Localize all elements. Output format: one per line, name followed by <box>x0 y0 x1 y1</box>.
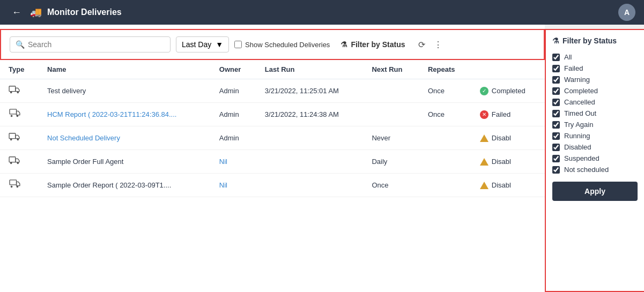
status-label: Disabl <box>492 181 511 189</box>
svg-point-10 <box>10 162 12 164</box>
filter-checkbox-warning[interactable] <box>552 76 560 84</box>
cell-status: ✓Completed <box>471 79 545 103</box>
error-icon: ✕ <box>480 110 488 119</box>
filter-item-suspended[interactable]: Suspended <box>552 153 638 164</box>
cell-name: Sample Order Full Agent <box>39 150 211 174</box>
svg-rect-0 <box>9 86 16 92</box>
filter-checkbox-completed[interactable] <box>552 87 560 95</box>
filter-checkbox-running[interactable] <box>552 132 560 140</box>
svg-point-1 <box>10 92 12 94</box>
cell-last-run: 3/21/2022, 11:25:01 AM <box>256 79 364 103</box>
filter-panel-title: ⚗ Filter by Status <box>552 36 638 45</box>
filter-item-timed-out[interactable]: Timed Out <box>552 108 638 119</box>
cell-type <box>0 79 39 103</box>
filter-item-label: Failed <box>564 64 583 72</box>
status-label: Disabl <box>492 134 511 142</box>
cell-name: Test delivery <box>39 79 211 103</box>
svg-point-7 <box>10 139 12 141</box>
cell-status: ✕Failed <box>471 103 545 126</box>
success-icon: ✓ <box>480 87 488 95</box>
filter-item-failed[interactable]: Failed <box>552 63 638 74</box>
filter-item-warning[interactable]: Warning <box>552 74 638 85</box>
filter-item-disabled[interactable]: Disabled <box>552 141 638 153</box>
more-button[interactable]: ⋮ <box>432 38 445 52</box>
cell-last-run <box>256 174 364 197</box>
filter-checkbox-failed[interactable] <box>552 65 560 72</box>
filter-checkbox-suspended[interactable] <box>552 155 560 162</box>
filter-checkbox-timed-out[interactable] <box>552 110 560 117</box>
status-label: Failed <box>492 110 510 118</box>
filter-item-completed[interactable]: Completed <box>552 85 638 96</box>
refresh-button[interactable]: ⟳ <box>416 38 427 52</box>
data-table: Type Name Owner Last Run Next Run Repeat… <box>0 60 545 197</box>
filter-checkbox-all[interactable] <box>552 54 560 61</box>
filter-panel-icon: ⚗ <box>552 36 559 45</box>
filter-checkbox-not-scheduled[interactable] <box>552 166 560 174</box>
filter-checkbox-cancelled[interactable] <box>552 99 560 106</box>
table-header-row: Type Name Owner Last Run Next Run Repeat… <box>0 60 545 79</box>
show-scheduled-label[interactable]: Show Scheduled Deliveries <box>234 41 330 49</box>
cell-next-run <box>363 79 419 103</box>
svg-rect-12 <box>10 180 17 185</box>
filter-by-status-btn[interactable]: ⚗ Filter by Status <box>335 37 410 52</box>
cell-name[interactable]: Not Scheduled Delivery <box>39 126 211 150</box>
cell-repeats <box>419 126 471 150</box>
report-icon <box>9 109 20 120</box>
filter-item-label: Disabled <box>564 143 591 151</box>
period-select[interactable]: Last Day ▼ <box>176 36 229 53</box>
col-last-run: Last Run <box>256 60 364 79</box>
svg-point-5 <box>17 115 19 117</box>
filter-icon: ⚗ <box>340 40 347 49</box>
filter-item-try-again[interactable]: Try Again <box>552 119 638 130</box>
cell-name[interactable]: HCM Report ( 2022-03-21T11:24:36.84.... <box>39 103 211 126</box>
table-row: Sample Order Full AgentNilDailyDisabl <box>0 150 545 174</box>
svg-point-2 <box>17 92 19 94</box>
svg-rect-9 <box>9 157 16 162</box>
search-input[interactable] <box>28 40 165 49</box>
svg-point-13 <box>11 186 13 188</box>
table-area: 🔍 Last Day ▼ Show Scheduled Deliveries ⚗… <box>0 25 545 292</box>
apply-button[interactable]: Apply <box>552 182 638 201</box>
filter-checkbox-disabled[interactable] <box>552 144 560 151</box>
app-icon: 🚚 <box>30 6 42 18</box>
back-button[interactable]: ← <box>9 6 25 19</box>
warning-icon <box>480 182 488 189</box>
warning-icon <box>480 158 488 166</box>
main-content: 🔍 Last Day ▼ Show Scheduled Deliveries ⚗… <box>0 25 644 292</box>
search-icon: 🔍 <box>16 40 25 49</box>
cell-repeats: Once <box>419 103 471 126</box>
filter-item-label: Not scheduled <box>564 166 609 174</box>
filter-item-all[interactable]: All <box>552 51 638 63</box>
table-row: Sample Order Report ( 2022-03-09T1....Ni… <box>0 174 545 197</box>
cell-next-run: Daily <box>363 150 419 174</box>
show-scheduled-checkbox[interactable] <box>234 41 242 48</box>
search-box[interactable]: 🔍 <box>10 36 171 53</box>
cell-owner: Admin <box>211 79 256 103</box>
filter-checkbox-try-again[interactable] <box>552 121 560 129</box>
chevron-down-icon: ▼ <box>216 40 223 49</box>
svg-point-11 <box>17 162 19 164</box>
filter-item-label: Cancelled <box>564 98 595 106</box>
filter-item-not-scheduled[interactable]: Not scheduled <box>552 164 638 175</box>
filter-item-label: Try Again <box>564 121 593 129</box>
warning-icon <box>480 134 488 142</box>
col-repeats: Repeats <box>419 60 471 79</box>
col-status <box>471 60 545 79</box>
app-header: ← 🚚 Monitor Deliveries A <box>0 0 644 25</box>
cell-next-run <box>363 103 419 126</box>
cell-last-run: 3/21/2022, 11:24:38 AM <box>256 103 364 126</box>
status-badge: ✓Completed <box>480 87 536 95</box>
col-next-run: Next Run <box>363 60 419 79</box>
cell-name: Sample Order Report ( 2022-03-09T1.... <box>39 174 211 197</box>
toolbar-right-icons: ⟳ ⋮ <box>416 38 445 52</box>
cell-status: Disabl <box>471 150 545 174</box>
cell-owner: Admin <box>211 103 256 126</box>
status-label: Completed <box>492 87 525 95</box>
filter-item-cancelled[interactable]: Cancelled <box>552 96 638 108</box>
cell-owner: Nil <box>211 174 256 197</box>
status-badge: Disabl <box>480 181 536 189</box>
svg-point-8 <box>17 139 19 141</box>
filter-item-running[interactable]: Running <box>552 130 638 141</box>
user-avatar[interactable]: A <box>618 4 635 21</box>
cell-owner: Nil <box>211 150 256 174</box>
